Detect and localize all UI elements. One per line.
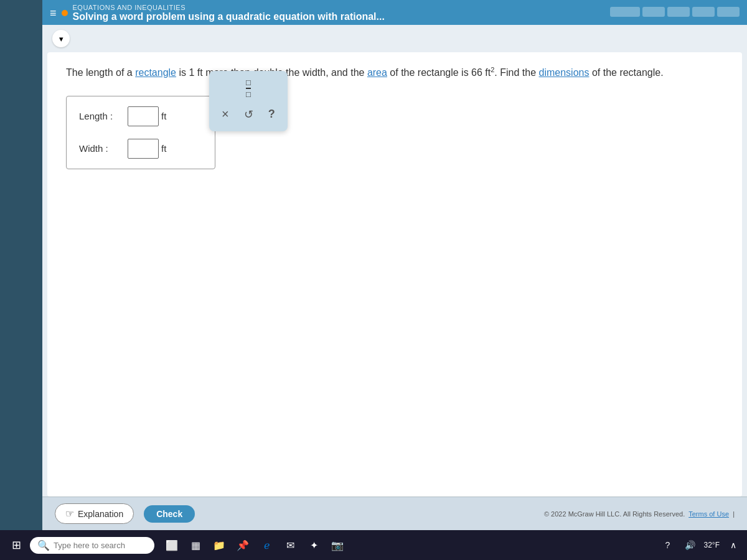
explanation-label: Explanation	[78, 509, 123, 519]
settings-icon[interactable]: ✦	[304, 535, 324, 555]
fraction-popup: □ □ × ↺ ?	[209, 71, 288, 131]
hand-pointer-icon: ☞	[65, 508, 74, 520]
browser-window: ≡ EQUATIONS AND INEQUALITIES Solving a w…	[42, 0, 747, 530]
page-title: Solving a word problem using a quadratic…	[73, 11, 385, 22]
fraction-denominator: □	[246, 89, 251, 98]
check-button[interactable]: Check	[144, 505, 195, 523]
width-input[interactable]	[128, 139, 159, 159]
browser-header: ≡ EQUATIONS AND INEQUALITIES Solving a w…	[42, 0, 747, 25]
rectangle-link[interactable]: rectangle	[135, 67, 176, 78]
header-indicator-2	[642, 7, 665, 17]
chevron-up-icon[interactable]: ∧	[725, 536, 742, 554]
fraction-symbol: □ □	[246, 78, 251, 98]
weather-display: 32°F	[704, 541, 720, 549]
camera-icon[interactable]: 📷	[327, 535, 347, 555]
help-icon[interactable]: ?	[659, 536, 677, 554]
header-indicator-4	[692, 7, 715, 17]
sound-icon[interactable]: 🔊	[682, 536, 699, 554]
length-label: Length :	[79, 111, 123, 121]
taskbar-icons: ⬜ ▦ 📁 📌 ℯ ✉ ✦ 📷	[162, 535, 347, 555]
width-unit: ft	[161, 143, 166, 154]
text-before-rectangle: The length of a	[66, 67, 135, 78]
mail-icon[interactable]: ✉	[280, 535, 300, 555]
chevron-down-button[interactable]: ▾	[52, 30, 70, 47]
start-button[interactable]: ⊞	[5, 534, 27, 556]
text-end: . Find the	[494, 67, 538, 78]
taskview-icon[interactable]: ⬜	[162, 535, 182, 555]
length-unit: ft	[161, 111, 166, 121]
popup-close-button[interactable]: ×	[219, 105, 232, 124]
chevron-down-icon: ▾	[59, 34, 63, 44]
hamburger-icon[interactable]: ≡	[50, 7, 57, 20]
area-link[interactable]: area	[367, 67, 387, 78]
popup-buttons: × ↺ ?	[219, 105, 278, 124]
width-label: Width :	[79, 143, 123, 154]
chevron-row: ▾	[42, 25, 747, 52]
edge-icon[interactable]: ℯ	[256, 535, 276, 555]
widgets-icon[interactable]: ▦	[186, 535, 205, 555]
left-sidebar	[0, 0, 42, 530]
popup-undo-button[interactable]: ↺	[242, 105, 256, 124]
bottom-bar: ☞ Explanation Check © 2022 McGraw Hill L…	[42, 497, 747, 530]
length-row: Length : ft	[79, 106, 202, 126]
terms-of-use-link[interactable]: Terms of Use	[688, 510, 729, 518]
width-row: Width : ft	[79, 139, 202, 159]
windows-icon: ⊞	[12, 538, 21, 552]
pinned-icon-1[interactable]: 📌	[233, 535, 253, 555]
text-after: of the rectangle is 66 ft	[387, 67, 491, 78]
title-bar: ≡ EQUATIONS AND INEQUALITIES Solving a w…	[50, 4, 740, 25]
search-icon: 🔍	[37, 539, 50, 551]
taskbar: ⊞ 🔍 ⬜ ▦ 📁 📌 ℯ ✉ ✦ 📷 ? 🔊 32°F ∧	[0, 530, 747, 560]
problem-statement: The length of a rectangle is 1 ft more t…	[66, 65, 723, 81]
length-field-wrapper: ft	[128, 106, 166, 126]
length-input[interactable]	[128, 106, 159, 126]
category-label: EQUATIONS AND INEQUALITIES	[73, 4, 385, 11]
title-text-block: EQUATIONS AND INEQUALITIES Solving a wor…	[73, 4, 385, 22]
taskbar-right: ? 🔊 32°F ∧	[659, 536, 742, 554]
taskbar-search-bar[interactable]: 🔍	[30, 537, 154, 554]
content-area: ▾ The length of a rectangle is 1 ft more…	[42, 25, 747, 530]
problem-area: The length of a rectangle is 1 ft more t…	[47, 52, 742, 497]
popup-help-button[interactable]: ?	[266, 105, 278, 123]
copyright-notice: © 2022 McGraw Hill LLC. All Rights Reser…	[544, 510, 685, 518]
taskbar-search-input[interactable]	[54, 541, 153, 550]
input-form: Length : ft Width : ft	[66, 96, 215, 169]
file-explorer-icon[interactable]: 📁	[209, 535, 229, 555]
text-final: of the rectangle.	[589, 67, 663, 78]
copyright-text: © 2022 McGraw Hill LLC. All Rights Reser…	[544, 510, 735, 518]
orange-dot-icon	[62, 10, 68, 16]
header-indicator-1	[610, 7, 640, 17]
fraction-numerator: □	[246, 78, 251, 89]
explanation-button[interactable]: ☞ Explanation	[55, 503, 134, 524]
width-field-wrapper: ft	[128, 139, 166, 159]
header-right	[610, 7, 740, 19]
header-indicator-5	[717, 7, 740, 17]
header-indicator-3	[667, 7, 690, 17]
dimensions-link[interactable]: dimensions	[539, 67, 590, 78]
separator: |	[733, 510, 735, 518]
